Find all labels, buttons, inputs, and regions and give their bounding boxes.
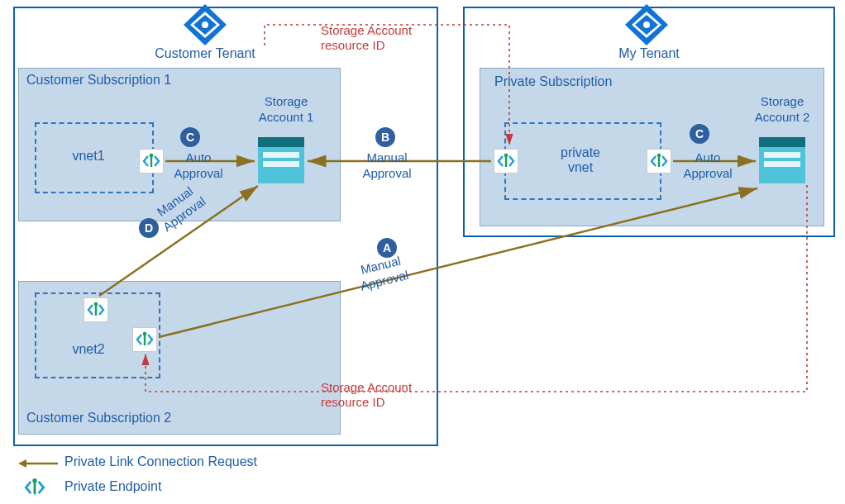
my-tenant-label: My Tenant xyxy=(604,46,695,61)
resid-bottom-l1: Storage Account xyxy=(321,380,412,394)
storage-account-2-label-l2: Account 2 xyxy=(755,110,810,124)
storage-account-2-label-l1: Storage xyxy=(761,94,804,108)
approval-c2-l1: Auto xyxy=(695,150,721,164)
storage-account-1-label-l2: Account 1 xyxy=(259,110,314,124)
svg-point-15 xyxy=(504,154,508,158)
private-vnet-label: private vnet xyxy=(516,145,645,175)
resid-top-l1: Storage Account xyxy=(321,23,412,37)
private-subscription-label: Private Subscription xyxy=(494,74,612,89)
approval-b-l2: Approval xyxy=(362,166,411,180)
svg-point-17 xyxy=(657,154,661,158)
resid-top-l2: resource ID xyxy=(321,38,385,52)
private-endpoint-icon xyxy=(494,149,518,174)
approval-c-l1: Auto xyxy=(186,150,212,164)
badge-c: C xyxy=(180,127,200,147)
private-vnet-label-l2: vnet xyxy=(568,160,593,174)
resource-id-annotation-top: Storage Account resource ID xyxy=(321,23,412,53)
legend-arrow-icon xyxy=(18,458,58,469)
badge-c2: C xyxy=(690,124,709,144)
svg-point-3 xyxy=(202,21,208,28)
approval-c2-l2: Approval xyxy=(683,166,732,180)
private-endpoint-icon xyxy=(139,149,164,174)
approval-b-l1: Manual xyxy=(366,150,407,164)
svg-point-7 xyxy=(643,21,650,28)
private-endpoint-icon xyxy=(84,297,108,322)
storage-account-2-label: Storage Account 2 xyxy=(741,94,824,126)
resource-id-annotation-bottom: Storage Account resource ID xyxy=(321,380,412,410)
storage-account-1-label-l1: Storage xyxy=(265,94,308,108)
customer-subscription-2-label: Customer Subscription 2 xyxy=(26,411,171,426)
svg-point-13 xyxy=(143,332,147,336)
storage-account-1-label: Storage Account 1 xyxy=(245,94,327,126)
legend-endpoint-label: Private Endpoint xyxy=(64,479,161,494)
private-endpoint-icon xyxy=(647,149,671,174)
vnet1-label: vnet1 xyxy=(35,149,142,164)
customer-tenant-label: Customer Tenant xyxy=(147,46,263,61)
vnet2-label: vnet2 xyxy=(35,342,142,357)
badge-b: B xyxy=(375,127,395,147)
svg-point-11 xyxy=(94,302,98,307)
customer-subscription-1-label: Customer Subscription 1 xyxy=(26,73,171,88)
storage-icon xyxy=(759,137,805,183)
azure-ad-icon xyxy=(180,2,230,48)
private-endpoint-icon xyxy=(132,327,157,352)
legend-request-label: Private Link Connection Request xyxy=(64,454,257,469)
private-endpoint-icon xyxy=(23,476,46,499)
svg-point-9 xyxy=(150,154,154,158)
svg-point-25 xyxy=(32,478,36,483)
storage-icon xyxy=(258,137,304,183)
approval-b: Manual Approval xyxy=(346,150,428,182)
resid-bottom-l2: resource ID xyxy=(321,395,385,409)
private-vnet-label-l1: private xyxy=(561,145,600,159)
approval-c2: Auto Approval xyxy=(675,150,741,182)
azure-ad-icon xyxy=(622,2,671,48)
